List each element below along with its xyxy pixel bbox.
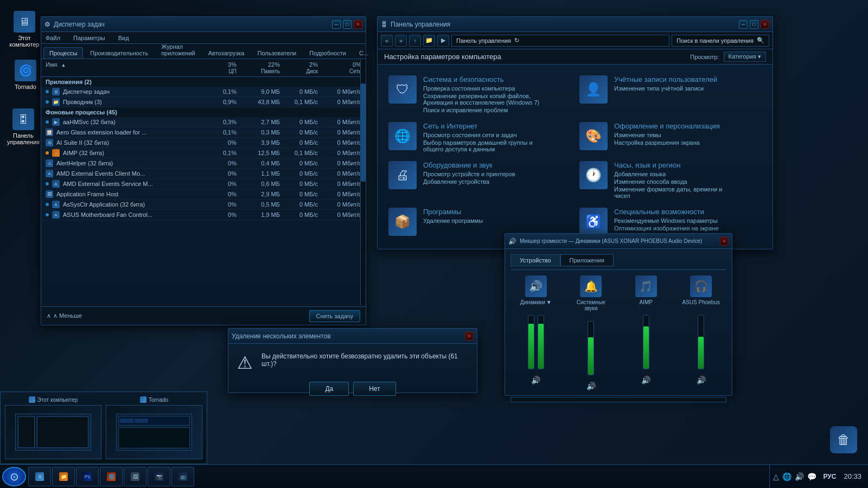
cp-forward-btn[interactable]: »	[395, 35, 407, 47]
start-button[interactable]: ⊙	[2, 467, 26, 486]
taskbar-btn-camera[interactable]: 📷	[148, 467, 170, 486]
cp-search-box[interactable]: Поиск в панели управления 🔍	[672, 35, 769, 47]
cp-link-system-2[interactable]: Сохранение резервных копий файлов,Архива…	[423, 93, 539, 106]
vm-section-device-btn[interactable]: Устройство	[510, 254, 560, 266]
table-row[interactable]: ⚙Диспетчер задач 0,1%9,0 МБ0 МБ/с0 Мбит/…	[41, 87, 366, 97]
clock-title[interactable]: Часы, язык и регион	[614, 161, 722, 169]
cp-link-network-2[interactable]: Выбор параметров домашней группы иобщего…	[423, 139, 533, 152]
tm-tab-app-history[interactable]: Журнал приложений	[155, 41, 201, 59]
cp-up-btn[interactable]: ↑	[409, 35, 421, 47]
user-accounts-title[interactable]: Учётные записи пользователей	[614, 75, 717, 84]
table-row[interactable]: ⚙AI Suite II (32 бита) 0%3,9 МБ0 МБ/с0 М…	[41, 138, 366, 148]
cp-link-access-2[interactable]: Оптимизация изображения на экране	[614, 225, 719, 232]
cp-view-type-btn[interactable]: Категория ▾	[724, 52, 766, 62]
desktop-icon-tornado[interactable]: 🌀 Tornado	[7, 60, 44, 90]
cp-search-icon[interactable]: 🔍	[757, 37, 764, 44]
accessibility-title[interactable]: Специальные возможности	[614, 208, 719, 216]
vm-scrollbar[interactable]	[510, 397, 726, 402]
network-title[interactable]: Сеть и Интернет	[423, 122, 533, 130]
cp-link-users-1[interactable]: Изменение типа учётной записи	[614, 85, 717, 92]
delete-cancel-button[interactable]: Нет	[353, 382, 395, 396]
cp-link-access-1[interactable]: Рекомендуемые Windows параметры	[614, 217, 719, 224]
collapse-section[interactable]: ∧ ∧ Меньше	[47, 312, 82, 319]
tm-tab-details[interactable]: Подробности	[303, 47, 352, 59]
delete-confirm-button[interactable]: Да	[309, 382, 349, 396]
tm-col-memory[interactable]: 22%Память	[237, 61, 280, 74]
tm-menu-file[interactable]: Файл	[43, 34, 62, 42]
task-manager-close-btn[interactable]: ✕	[354, 20, 362, 29]
aimp-slider[interactable]	[643, 315, 649, 369]
cp-link-hardware-2[interactable]: Добавление устройства	[423, 178, 515, 185]
speakers-slider-right[interactable]	[538, 315, 544, 369]
table-row[interactable]: 📁Проводник (3) 0,9%43,8 МБ0,1 МБ/с0 Мбит…	[41, 97, 366, 107]
table-row[interactable]: AAMD External Events Service M... 0%0,6 …	[41, 179, 366, 189]
taskbar-btn-chrome[interactable]: 🌐	[100, 467, 123, 486]
speakers-mute-btn[interactable]: 🔊	[529, 374, 542, 387]
desktop-icon-my-computer[interactable]: 🖥 Этоткомпьютер	[5, 11, 43, 48]
tm-col-name[interactable]: Имя ▲	[46, 61, 204, 74]
lang-indicator[interactable]: РУС	[820, 473, 839, 480]
tm-menu-params[interactable]: Параметры	[71, 34, 107, 42]
tm-tab-users[interactable]: Пользователи	[251, 47, 302, 59]
system-sounds-mute-btn[interactable]: 🔊	[584, 380, 597, 393]
tm-scroll-thumb[interactable]	[361, 84, 366, 182]
cp-refresh-icon[interactable]: ↻	[514, 37, 519, 44]
tm-tab-performance[interactable]: Производительность	[84, 47, 154, 59]
aimp-mute-btn[interactable]: 🔊	[640, 374, 653, 387]
tm-col-network[interactable]: 0%Сеть	[318, 61, 361, 74]
programs-title[interactable]: Программы	[423, 208, 483, 216]
table-row[interactable]: ▶aaHMSvc (32 бита) 0,3%2,7 МБ0 МБ/с0 Мби…	[41, 117, 366, 127]
taskbar-btn-explorer[interactable]: 📁	[52, 467, 75, 486]
tray-delta-icon[interactable]: △	[773, 472, 779, 481]
taskbar-clock[interactable]: 20:33	[839, 472, 866, 480]
volume-mixer-close-btn[interactable]: ✕	[720, 237, 729, 246]
desktop-icon-control-panel[interactable]: 🎛 Панельуправления	[4, 108, 42, 145]
table-row[interactable]: AAMD External Events Client Mo... 0%1,1 …	[41, 169, 366, 179]
table-row[interactable]: 🪟Aero Glass extension loader for ... 0,1…	[41, 127, 366, 138]
table-row[interactable]: AASUS Motherboard Fan Control... 0%1,9 М…	[41, 210, 366, 220]
hardware-title[interactable]: Оборудование и звук	[423, 161, 515, 169]
table-row[interactable]: ♪AIMP (32 бита) 0,1%12,5 МБ0,1 МБ/с0 Мби…	[41, 148, 366, 158]
cp-link-clock-3[interactable]: Изменение форматов даты, времени ичисел	[614, 186, 722, 199]
system-sounds-slider[interactable]	[588, 321, 594, 375]
cp-minimize-btn[interactable]: ─	[739, 20, 748, 29]
tm-tab-startup[interactable]: Автозагрузка	[202, 47, 251, 59]
end-task-button[interactable]: Снять задачу	[309, 310, 361, 322]
taskbar-btn-windowed[interactable]: 🖼	[124, 467, 146, 486]
cp-close-btn[interactable]: ✕	[761, 20, 769, 29]
asus-phoebus-slider[interactable]	[698, 315, 704, 369]
tm-col-disk[interactable]: 2%Диск	[280, 61, 318, 74]
speakers-dropdown-icon[interactable]: ▼	[546, 299, 552, 305]
cp-address-bar[interactable]: Панель управления ↻	[451, 35, 669, 47]
cp-back-btn[interactable]: «	[381, 35, 393, 47]
tray-notification-icon[interactable]: 💬	[807, 472, 816, 481]
task-manager-maximize-btn[interactable]: □	[343, 20, 352, 29]
taskbar-btn-photoshop[interactable]: Ps	[76, 467, 99, 486]
preview-thumb-my-computer[interactable]	[5, 405, 101, 459]
task-manager-minimize-btn[interactable]: ─	[332, 20, 341, 29]
cp-link-programs-1[interactable]: Удаление программы	[423, 217, 483, 224]
tm-tab-processes[interactable]: Процессы	[43, 47, 83, 59]
tm-col-cpu[interactable]: 3%ЦП	[204, 61, 237, 74]
cp-link-network-1[interactable]: Просмотр состояния сети и задач	[423, 132, 533, 138]
system-security-title[interactable]: Система и безопасность	[423, 75, 539, 84]
cp-link-system-1[interactable]: Проверка состояния компьютера	[423, 85, 539, 92]
tm-tab-services[interactable]: С...	[353, 47, 374, 59]
tray-volume-icon[interactable]: 🔊	[795, 472, 804, 481]
speakers-slider-left[interactable]	[528, 315, 534, 369]
recycle-bin[interactable]: 🗑	[830, 426, 857, 455]
tray-network-icon[interactable]: 🌐	[782, 472, 792, 481]
preview-thumb-tornado[interactable]	[106, 405, 202, 459]
tm-scrollbar[interactable]	[360, 59, 366, 305]
cp-link-clock-1[interactable]: Добавление языка	[614, 171, 722, 177]
table-row[interactable]: ⚠AlertHelper (32 бита) 0%0,4 МБ0 МБ/с0 М…	[41, 158, 366, 169]
taskbar-btn-my-computer[interactable]: 🖥	[28, 467, 51, 486]
asus-phoebus-mute-btn[interactable]: 🔊	[694, 374, 707, 387]
cp-link-clock-2[interactable]: Изменение способа ввода	[614, 178, 722, 185]
cp-link-appearance-1[interactable]: Изменение темы	[614, 132, 720, 138]
table-row[interactable]: AAsSysCtr Application (32 бита) 0%0,5 МБ…	[41, 200, 366, 210]
tm-menu-view[interactable]: Вид	[116, 34, 131, 42]
taskbar-btn-media[interactable]: 📺	[171, 467, 194, 486]
table-row[interactable]: 🖼Application Frame Host 0%2,9 МБ0 МБ/с0 …	[41, 189, 366, 200]
vm-section-apps-btn[interactable]: Приложения	[560, 254, 614, 266]
